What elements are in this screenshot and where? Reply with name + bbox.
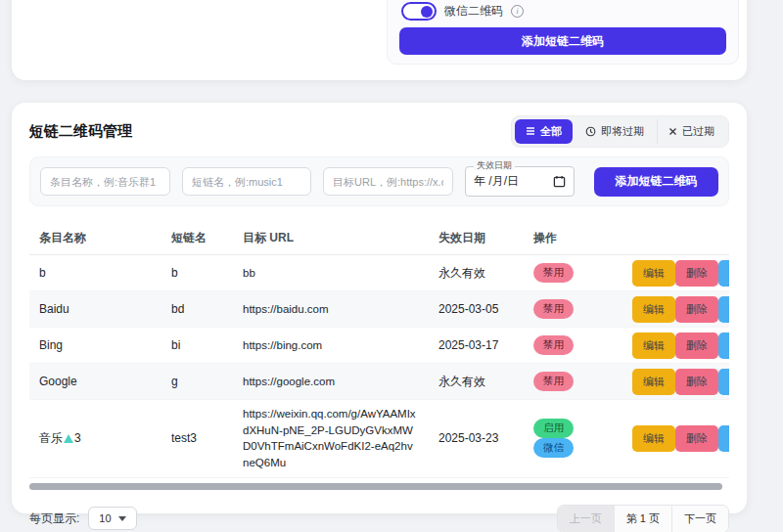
target-url-cell: https://baidu.com	[233, 295, 429, 324]
list-icon	[526, 126, 535, 136]
actions-cell: 编辑删除二维码	[632, 332, 729, 359]
target-url-cell: https://google.com	[233, 368, 429, 396]
slug-cell: bi	[161, 332, 233, 358]
table-scroll-area: 条目名称 短链名 目标 URL 失效日期 操作 bbbb永久有效禁用编辑删除二维…	[29, 222, 729, 478]
status-cell: 禁用	[524, 257, 632, 288]
table-row: 音乐3test3https://weixin.qq.com/g/AwYAAMIx…	[29, 400, 729, 478]
table-row: Googleghttps://google.com永久有效禁用编辑删除二维码	[29, 364, 729, 400]
entry-name: Baidu	[39, 302, 69, 316]
qrcode-button[interactable]: 二维码	[718, 332, 729, 359]
expiry-cell: 2025-03-23	[429, 425, 524, 451]
toggle-knob-icon	[421, 6, 433, 18]
delete-button[interactable]: 删除	[675, 369, 718, 395]
horizontal-scrollbar-track	[29, 483, 729, 490]
edit-button[interactable]: 编辑	[632, 425, 675, 452]
tab-expiring-soon[interactable]: 即将过期	[575, 119, 655, 144]
add-shortlink-qr-button-filter[interactable]: 添加短链二维码	[594, 167, 718, 197]
shortlink-manager-card: 短链二维码管理 全部 即将过期 已过期	[12, 103, 747, 513]
target-url-input[interactable]	[323, 167, 453, 196]
tab-all-label: 全部	[540, 124, 562, 139]
status-badge[interactable]: 禁用	[533, 263, 574, 283]
slug-cell: g	[161, 369, 233, 394]
table-footer: 每页显示: 10 上一页 第 1 页 下一页	[29, 505, 729, 532]
table-row: Bingbihttps://bing.com2025-03-17禁用编辑删除二维…	[29, 328, 729, 364]
tab-expiring-soon-label: 即将过期	[601, 124, 644, 139]
entry-name: Google	[39, 375, 77, 388]
entry-name: b	[39, 266, 46, 280]
col-header-expiry: 失效日期	[429, 224, 524, 252]
entry-name-cell: b	[29, 260, 161, 286]
entry-name-input[interactable]	[40, 167, 170, 196]
status-badge[interactable]: 禁用	[533, 372, 574, 391]
target-url-cell: https://weixin.qq.com/g/AwYAAMIxdXHuN-pN…	[233, 400, 429, 477]
page-size-control: 每页显示: 10	[29, 507, 137, 530]
caret-down-icon	[118, 516, 126, 521]
table-row: bbbb永久有效禁用编辑删除二维码	[29, 255, 729, 291]
status-badge[interactable]: 禁用	[533, 335, 574, 355]
delete-button[interactable]: 删除	[675, 260, 718, 287]
qrcode-button[interactable]: 二维码	[718, 260, 729, 287]
wechat-toggle-label: 微信二维码	[444, 3, 503, 20]
status-badge[interactable]: 微信	[533, 438, 574, 458]
delete-button[interactable]: 删除	[675, 296, 718, 323]
expiry-cell: 永久有效	[429, 259, 524, 288]
entry-name-cell: Bing	[29, 332, 161, 358]
qrcode-button[interactable]: 二维码	[718, 369, 729, 395]
add-shortlink-qr-button[interactable]: 添加短链二维码	[399, 27, 726, 55]
col-header-actions: 操作	[524, 224, 632, 252]
tab-expired-label: 已过期	[682, 124, 714, 139]
filter-bar: 失效日期 年 /月/日 添加短链二维码	[29, 156, 729, 206]
target-url-cell: https://bing.com	[233, 332, 429, 360]
col-header-url: 目标 URL	[233, 224, 429, 252]
table-row: Baidubdhttps://baidu.com2025-03-05禁用编辑删除…	[29, 291, 729, 328]
qrcode-button[interactable]: 二维码	[718, 425, 729, 452]
delete-button[interactable]: 删除	[675, 332, 718, 359]
entry-name-suffix: 3	[74, 431, 81, 445]
tab-all[interactable]: 全部	[515, 119, 573, 144]
edit-button[interactable]: 编辑	[632, 332, 675, 359]
actions-cell: 编辑删除二维码	[632, 369, 729, 395]
qrcode-button[interactable]: 二维码	[718, 296, 729, 323]
entry-name: 音乐	[39, 430, 63, 447]
tab-expired[interactable]: 已过期	[657, 119, 725, 144]
info-icon[interactable]: i	[511, 5, 524, 18]
next-page-button[interactable]: 下一页	[671, 506, 728, 532]
current-page-indicator: 第 1 页	[614, 506, 671, 532]
page-size-label: 每页显示:	[29, 510, 79, 527]
page-size-value: 10	[99, 512, 111, 524]
edit-button[interactable]: 编辑	[632, 260, 675, 287]
actions-cell: 编辑删除二维码	[632, 425, 729, 452]
horizontal-scrollbar[interactable]	[29, 483, 722, 490]
wechat-toggle[interactable]	[401, 2, 437, 21]
delete-button[interactable]: 删除	[675, 425, 718, 452]
expiry-date-input[interactable]: 失效日期 年 /月/日	[465, 166, 575, 197]
clock-icon	[585, 126, 596, 137]
expiry-cell: 2025-03-17	[429, 332, 524, 358]
manager-header: 短链二维码管理 全部 即将过期 已过期	[29, 116, 729, 146]
prev-page-button[interactable]: 上一页	[558, 506, 614, 532]
table-body: bbbb永久有效禁用编辑删除二维码Baidubdhttps://baidu.co…	[29, 255, 729, 478]
col-header-slug: 短链名	[161, 224, 233, 252]
entry-name: Bing	[39, 338, 63, 352]
page-size-select[interactable]: 10	[88, 507, 136, 530]
slug-cell: bd	[161, 296, 233, 322]
status-cell: 禁用	[524, 293, 632, 325]
page-title: 短链二维码管理	[29, 122, 132, 141]
entry-name-cell: Baidu	[29, 296, 161, 322]
status-badge[interactable]: 启用	[533, 419, 574, 438]
slug-cell: test3	[161, 425, 233, 451]
edit-button[interactable]: 编辑	[632, 369, 675, 395]
actions-cell: 编辑删除二维码	[632, 296, 729, 323]
entry-name-cell: 音乐3	[29, 424, 161, 453]
status-cell: 禁用	[524, 330, 632, 361]
edit-button[interactable]: 编辑	[632, 296, 675, 323]
expiry-date-value: 年 /月/日	[474, 173, 519, 190]
actions-cell: 编辑删除二维码	[632, 260, 729, 287]
slug-input[interactable]	[182, 167, 311, 196]
seedling-icon	[64, 434, 73, 443]
calendar-icon	[553, 175, 566, 188]
status-badge[interactable]: 禁用	[533, 299, 574, 319]
slug-cell: b	[161, 260, 233, 286]
expiry-cell: 2025-03-05	[429, 296, 524, 322]
wechat-option-panel: 微信二维码 i 添加短链二维码	[387, 0, 739, 65]
